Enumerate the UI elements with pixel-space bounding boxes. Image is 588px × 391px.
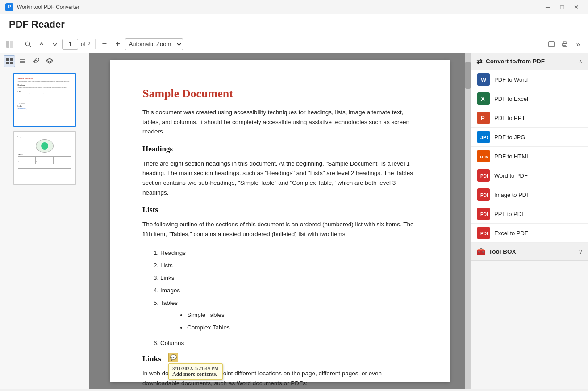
pdf-to-html-label: PDF to HTML [494, 153, 530, 160]
minimize-button[interactable]: ─ [542, 3, 554, 12]
print-icon [561, 41, 568, 48]
svg-marker-15 [46, 58, 53, 62]
layers-button[interactable] [44, 55, 55, 67]
svg-text:JPG: JPG [480, 135, 488, 140]
next-page-button[interactable] [49, 38, 61, 50]
print-button[interactable] [559, 38, 571, 50]
titlebar-controls: ─ □ ✕ [542, 3, 583, 12]
pdf-lists-text: The following outline of the sections of… [142, 220, 417, 239]
convert-item-ppt-to-pdf[interactable]: PDF PPT to PDF [471, 204, 588, 224]
titlebar: P Workintool PDF Converter ─ □ ✕ [0, 0, 588, 14]
toggle-sidebar-button[interactable] [4, 38, 16, 50]
convert-item-image-to-pdf[interactable]: PDF Image to PDF [471, 185, 588, 204]
svg-rect-1 [10, 41, 13, 48]
app-logo: P [5, 3, 13, 11]
convert-section-header[interactable]: ⇄ Convert to/from PDF ∧ [471, 53, 588, 70]
svg-text:PDF: PDF [480, 231, 488, 236]
convert-section-icon: ⇄ [476, 57, 482, 66]
convert-item-pdf-to-html[interactable]: HTML PDF to HTML [471, 147, 588, 166]
layers-icon [46, 58, 53, 65]
more-tools-button[interactable]: » [572, 38, 584, 50]
list-item: Images [160, 284, 417, 296]
pdf-to-word-label: PDF to Word [494, 76, 528, 83]
svg-point-2 [26, 42, 30, 46]
convert-section-title: ⇄ Convert to/from PDF [476, 57, 545, 66]
main-layout: Sample Document This document was create… [0, 53, 588, 389]
pdf-viewer: Sample Document This document was create… [89, 53, 471, 389]
toolbox-section-header[interactable]: 🧰 Tool BOX ∨ [471, 243, 588, 260]
svg-rect-4 [549, 42, 554, 47]
pdf-links-title: Links 💬 3/11/2022, 4:21:49 PM Add more c… [142, 354, 417, 363]
sidebar-icon-bar [0, 53, 89, 69]
excel-icon: X [477, 92, 490, 105]
prev-page-button[interactable] [35, 38, 48, 50]
app-title: PDF Reader [9, 19, 579, 30]
pdf-headings-title: Headings [142, 145, 417, 154]
svg-line-3 [29, 45, 31, 47]
zoom-select[interactable]: Automatic Zoom 50% 75% 100% 125% 150% 20… [125, 38, 183, 50]
titlebar-title: Workintool PDF Converter [17, 4, 79, 10]
zoom-out-button[interactable]: − [98, 38, 111, 50]
word-to-pdf-label: Word to PDF [494, 172, 528, 179]
toolbox-section: 🧰 Tool BOX ∨ [471, 243, 588, 261]
pdf-lists-title: Lists [142, 205, 417, 214]
svg-text:W: W [481, 76, 487, 83]
fullscreen-button[interactable] [545, 38, 558, 50]
thumbnail-area: Sample Document This document was create… [0, 69, 89, 389]
list-item: Complex Tables [187, 321, 417, 333]
search-button[interactable] [22, 38, 34, 50]
ppt-to-pdf-icon: PDF [477, 208, 490, 220]
svg-rect-0 [6, 41, 9, 48]
convert-item-pdf-to-word[interactable]: W PDF to Word [471, 70, 588, 89]
next-page-icon [52, 41, 58, 47]
right-panel: ⇄ Convert to/from PDF ∧ W PDF to Word X … [471, 53, 588, 389]
sidebar-toggle-icon [6, 40, 14, 48]
titlebar-left: P Workintool PDF Converter [5, 3, 79, 11]
page-of-label: of 2 [81, 41, 91, 47]
thumbnail-page-2[interactable]: Images Tables Col1 Col2 Col3 [13, 131, 76, 185]
pdf-scrollbar-thumb[interactable] [465, 62, 471, 89]
list-item: Links [160, 272, 417, 284]
jpg-icon: JPG [477, 131, 490, 143]
list-item: Lists [160, 259, 417, 271]
list-item: Simple Tables [187, 309, 417, 321]
toolbox-chevron: ∨ [579, 249, 583, 255]
annotation-timestamp: 3/11/2022, 4:21:49 PM [172, 366, 219, 371]
convert-item-pdf-to-jpg[interactable]: JPG PDF to JPG [471, 128, 588, 147]
convert-item-pdf-to-excel[interactable]: X PDF to Excel [471, 89, 588, 108]
pdf-to-excel-label: PDF to Excel [494, 96, 528, 102]
list-view-button[interactable] [17, 55, 29, 67]
grid-icon [6, 58, 13, 65]
thumbnail-view-button[interactable] [4, 55, 15, 67]
page-number-input[interactable] [62, 39, 78, 50]
convert-chevron-up: ∧ [579, 58, 583, 65]
fullscreen-icon [548, 41, 555, 48]
pdf-doc-title: Sample Document [142, 87, 417, 100]
app-header: PDF Reader [0, 14, 588, 35]
svg-rect-11 [10, 62, 13, 64]
convert-item-word-to-pdf[interactable]: PDF Word to PDF [471, 166, 588, 185]
pdf-scrollbar[interactable] [465, 53, 471, 389]
annotation-icon[interactable]: 💬 [168, 353, 178, 362]
pdf-to-jpg-label: PDF to JPG [494, 134, 525, 141]
left-sidebar: Sample Document This document was create… [0, 53, 89, 389]
svg-text:P: P [481, 115, 485, 121]
image-to-pdf-icon: PDF [477, 188, 490, 201]
attachments-button[interactable] [30, 55, 42, 67]
svg-text:X: X [481, 96, 485, 102]
list-icon [19, 58, 26, 65]
convert-item-excel-to-pdf[interactable]: PDF Excel to PDF [471, 224, 588, 243]
thumbnail-page-1[interactable]: Sample Document This document was create… [13, 73, 76, 127]
ppt-to-pdf-label: PPT to PDF [494, 211, 525, 217]
convert-item-pdf-to-ppt[interactable]: P PDF to PPT [471, 108, 588, 128]
pdf-intro: This document was created using accessib… [142, 108, 417, 137]
word-icon: W [477, 73, 490, 86]
svg-text:PDF: PDF [480, 174, 488, 179]
close-button[interactable]: ✕ [570, 3, 583, 12]
convert-section: ⇄ Convert to/from PDF ∧ W PDF to Word X … [471, 53, 588, 243]
svg-text:HTML: HTML [480, 155, 488, 159]
toolbar-separator-1 [19, 39, 19, 49]
zoom-in-button[interactable]: + [112, 38, 124, 50]
restore-button[interactable]: □ [556, 3, 568, 12]
svg-rect-7 [563, 45, 566, 46]
